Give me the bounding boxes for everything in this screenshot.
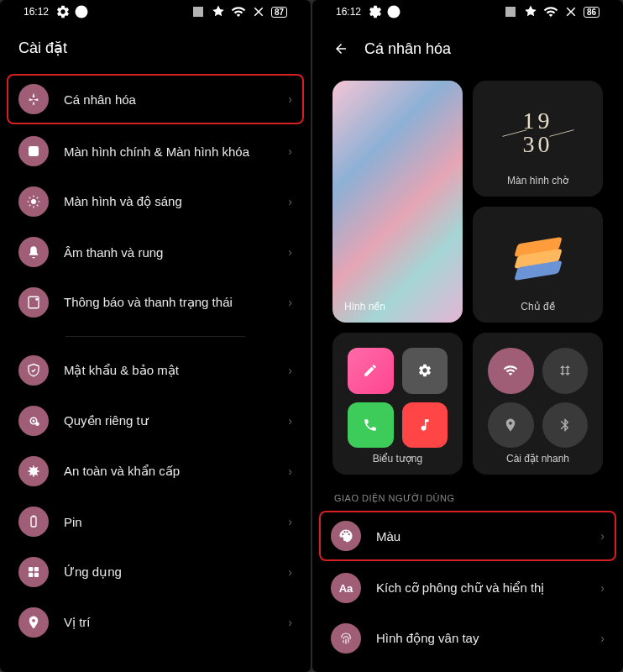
settings-item-color[interactable]: Màu › — [319, 511, 616, 561]
chevron-right-icon: › — [288, 296, 292, 309]
chevron-right-icon: › — [600, 529, 605, 543]
chevron-right-icon: › — [288, 92, 292, 106]
data-tile-icon — [542, 348, 589, 394]
settings-item-personalization[interactable]: Cá nhân hóa › — [7, 74, 304, 124]
phone-settings: 16:12 87 Cài đặt Cá nhân hóa › — [0, 0, 311, 672]
battery-icon — [18, 507, 49, 537]
svg-line-9 — [29, 205, 31, 207]
settings-item-home-lock[interactable]: Màn hình chính & Màn hình khóa › — [7, 126, 304, 176]
item-label: Pin — [64, 515, 273, 529]
card-label: Hình nền — [344, 301, 385, 312]
notification-icon — [18, 287, 49, 318]
status-time: 16:12 — [24, 6, 49, 18]
svg-point-14 — [35, 423, 39, 427]
font-icon: Aa — [331, 573, 361, 603]
svg-point-13 — [33, 420, 35, 423]
card-label: Biểu tượng — [343, 453, 453, 465]
svg-line-10 — [37, 197, 39, 199]
apps-icon — [18, 557, 49, 587]
card-quick-settings[interactable]: Cài đặt nhanh — [473, 333, 603, 475]
svg-rect-15 — [31, 517, 36, 527]
svg-line-7 — [29, 197, 31, 199]
card-wallpaper[interactable]: Hình nền — [332, 81, 463, 323]
theme-preview — [483, 217, 593, 301]
personalization-icon — [18, 84, 49, 114]
settings-item-sound[interactable]: Âm thanh và rung › — [7, 227, 304, 277]
wifi-tile-icon — [488, 348, 534, 394]
item-label: Vị trí — [64, 615, 273, 630]
svg-point-12 — [35, 298, 38, 301]
page-title: Cài đặt — [18, 39, 67, 57]
color-icon — [331, 521, 361, 551]
status-notification-icons — [55, 4, 89, 19]
settings-item-emergency[interactable]: An toàn và khẩn cấp › — [7, 446, 304, 496]
settings-item-battery[interactable]: Pin › — [7, 496, 304, 547]
preview-cards-grid: Hình nền 1930 Màn hình chờ Chủ đề — [319, 74, 616, 481]
chevron-right-icon: › — [288, 195, 292, 208]
settings-item-font[interactable]: Aa Kích cỡ phông chữ và hiển thị › — [319, 563, 616, 613]
personalization-content[interactable]: Hình nền 1930 Màn hình chờ Chủ đề — [312, 69, 623, 672]
location-tile-icon — [488, 402, 534, 449]
wallpaper-preview: Hình nền — [332, 81, 463, 323]
svg-rect-1 — [29, 146, 39, 156]
settings-item-notifications[interactable]: Thông báo và thanh trạng thái › — [7, 277, 304, 328]
sample-icon — [402, 348, 448, 394]
chevron-right-icon: › — [600, 581, 605, 595]
settings-item-privacy[interactable]: Quyền riêng tư › — [7, 396, 304, 446]
item-label: Hình động vân tay — [376, 631, 585, 646]
settings-item-location[interactable]: Vị trí › — [7, 597, 304, 648]
status-system-icons: 86 — [503, 4, 599, 19]
settings-item-display[interactable]: Màn hình và độ sáng › — [7, 176, 304, 227]
item-label: Ứng dụng — [64, 564, 273, 580]
clock-preview: 1930 — [483, 91, 593, 175]
location-icon — [18, 607, 49, 638]
item-label: Màn hình và độ sáng — [64, 194, 273, 209]
section-header-ui: GIAO DIỆN NGƯỜI DÙNG — [319, 481, 616, 509]
card-aod[interactable]: 1930 Màn hình chờ — [473, 81, 603, 197]
svg-point-2 — [31, 199, 36, 204]
svg-rect-18 — [34, 567, 39, 571]
fingerprint-icon — [331, 623, 361, 654]
chevron-right-icon: › — [288, 144, 292, 158]
battery-level: 86 — [584, 7, 599, 18]
sample-icon — [348, 402, 394, 449]
status-notification-icons — [368, 4, 401, 19]
card-label: Cài đặt nhanh — [483, 453, 593, 465]
settings-item-password[interactable]: Mật khẩu & bảo mật › — [7, 345, 304, 396]
bluetooth-tile-icon — [542, 402, 589, 449]
card-label: Chủ đề — [483, 301, 593, 312]
chevron-right-icon: › — [288, 515, 292, 528]
privacy-icon — [18, 406, 49, 436]
svg-rect-16 — [33, 516, 35, 517]
settings-list[interactable]: Cá nhân hóa › Màn hình chính & Màn hình … — [0, 67, 311, 672]
item-label: Mật khẩu & bảo mật — [64, 363, 273, 378]
card-label: Màn hình chờ — [483, 175, 593, 186]
status-system-icons: 87 — [191, 4, 287, 19]
settings-item-fingerprint[interactable]: Hình động vân tay › — [319, 613, 616, 664]
svg-point-21 — [388, 6, 400, 18]
settings-header: Cài đặt — [0, 24, 311, 67]
icons-preview — [343, 343, 453, 453]
sample-icon — [348, 348, 394, 394]
chevron-right-icon: › — [288, 364, 292, 377]
back-button[interactable] — [331, 39, 351, 59]
item-label: Âm thanh và rung — [64, 245, 273, 260]
home-screen-icon — [18, 136, 49, 166]
card-icons[interactable]: Biểu tượng — [332, 333, 463, 475]
status-bar: 16:12 87 — [0, 0, 311, 24]
card-theme[interactable]: Chủ đề — [473, 207, 603, 323]
item-label: Màn hình chính & Màn hình khóa — [64, 144, 273, 159]
chevron-right-icon: › — [288, 565, 292, 579]
sound-icon — [18, 237, 49, 267]
svg-line-8 — [37, 205, 39, 207]
svg-rect-17 — [29, 567, 33, 571]
divider — [65, 336, 245, 337]
item-label: An toàn và khẩn cấp — [64, 464, 273, 479]
item-label: Màu — [376, 529, 585, 543]
status-time: 16:12 — [336, 6, 361, 18]
chevron-right-icon: › — [288, 414, 292, 428]
svg-rect-20 — [34, 573, 39, 577]
settings-item-apps[interactable]: Ứng dụng › — [7, 547, 304, 597]
item-label: Thông báo và thanh trạng thái — [64, 295, 273, 310]
chevron-right-icon: › — [288, 616, 292, 629]
